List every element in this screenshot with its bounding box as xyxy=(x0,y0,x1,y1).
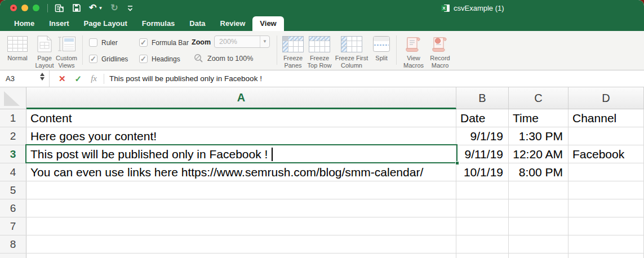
page-layout-view-icon xyxy=(37,34,52,54)
fullscreen-button[interactable] xyxy=(33,5,39,11)
ruler-checkbox[interactable] xyxy=(89,38,97,47)
tab-page-layout[interactable]: Page Layout xyxy=(77,16,135,31)
new-workbook-button[interactable] xyxy=(55,3,64,13)
cell-D3[interactable]: Facebook xyxy=(569,145,644,163)
namebox-spinner[interactable] xyxy=(40,73,45,81)
cell-B4[interactable]: 10/1/19 xyxy=(456,163,509,181)
cell-D4[interactable] xyxy=(569,163,644,181)
cell-A2[interactable]: Here goes your content! xyxy=(26,127,456,145)
undo-dropdown-caret[interactable]: ▼ xyxy=(98,6,103,11)
customize-toolbar-button[interactable] xyxy=(126,4,134,12)
column-header-C[interactable]: C xyxy=(509,87,569,109)
split-button[interactable]: Split xyxy=(371,34,392,62)
cell-B5[interactable] xyxy=(456,181,509,199)
select-all-triangle-icon xyxy=(4,91,20,106)
row-header-3[interactable]: 3 xyxy=(0,145,26,163)
row-header-6[interactable]: 6 xyxy=(0,199,26,217)
cell-A6[interactable] xyxy=(26,199,456,217)
spinner-down-icon[interactable] xyxy=(40,77,45,81)
freeze-top-row-icon xyxy=(309,34,330,54)
cell-B1[interactable]: Date xyxy=(456,109,509,127)
cell-A1[interactable]: Content xyxy=(26,109,456,127)
sheet-row-1: 1 Content Date Time Channel xyxy=(0,109,644,127)
cell-D2[interactable] xyxy=(569,127,644,145)
cell-C3[interactable]: 12:20 AM xyxy=(509,145,569,163)
cell-C8[interactable] xyxy=(509,235,569,253)
minimize-button[interactable] xyxy=(21,5,28,11)
gridlines-checkbox[interactable] xyxy=(89,55,97,63)
cell-C4[interactable]: 8:00 PM xyxy=(509,163,569,181)
ruler-checkbox-row[interactable]: Ruler xyxy=(89,38,118,47)
tab-formulas[interactable]: Formulas xyxy=(135,16,183,31)
view-macros-button[interactable]: View Macros xyxy=(401,34,426,69)
cell-A8[interactable] xyxy=(26,235,456,253)
cell-C2[interactable]: 1:30 PM xyxy=(509,127,569,145)
cell-A7[interactable] xyxy=(26,217,456,235)
cell-C5[interactable] xyxy=(509,181,569,199)
cell-A4[interactable]: You can even use links here https://www.… xyxy=(26,163,456,181)
freeze-top-row-button[interactable]: Freeze Top Row xyxy=(307,34,332,69)
tab-view[interactable]: View xyxy=(252,16,283,31)
column-header-B[interactable]: B xyxy=(456,87,509,109)
insert-function-button[interactable]: fx xyxy=(91,74,97,83)
cell-D1[interactable]: Channel xyxy=(569,109,644,127)
formula-bar-checkbox[interactable] xyxy=(139,38,148,47)
tab-review[interactable]: Review xyxy=(213,16,253,31)
select-all-button[interactable] xyxy=(0,87,26,109)
cell-C6[interactable] xyxy=(509,199,569,217)
group-separator xyxy=(277,35,277,65)
cell-B2[interactable]: 9/1/19 xyxy=(456,127,509,145)
cell-C1[interactable]: Time xyxy=(509,109,569,127)
formula-input[interactable]: This post will be published only in Face… xyxy=(109,74,262,83)
tab-data[interactable]: Data xyxy=(182,16,212,31)
formula-bar: A3 ✕ ✓ fx This post will be published on… xyxy=(0,70,644,87)
sheet-row-2: 2 Here goes your content! 9/1/19 1:30 PM xyxy=(0,127,644,145)
formula-bar-checkbox-row[interactable]: Formula Bar xyxy=(139,38,189,47)
zoom-level-select[interactable]: 200% ▼ xyxy=(214,35,270,48)
cell-A5[interactable] xyxy=(26,181,456,199)
column-header-A[interactable]: A xyxy=(26,87,456,109)
cell-D7[interactable] xyxy=(569,217,644,235)
name-box[interactable]: A3 xyxy=(0,70,50,87)
close-button[interactable] xyxy=(10,5,17,11)
excel-window: ↶▼ ↻ X csvExample (1) Home Insert Page L… xyxy=(0,0,644,258)
spinner-up-icon[interactable] xyxy=(40,73,45,76)
gridlines-checkbox-row[interactable]: Gridlines xyxy=(89,55,128,63)
row-header-9[interactable] xyxy=(0,253,26,258)
cell-D8[interactable] xyxy=(569,235,644,253)
view-macros-icon xyxy=(405,34,423,54)
row-header-5[interactable]: 5 xyxy=(0,181,26,199)
row-header-2[interactable]: 2 xyxy=(0,127,26,145)
cell-B7[interactable] xyxy=(456,217,509,235)
record-macro-button[interactable]: Record Macro xyxy=(427,34,454,69)
row-header-4[interactable]: 4 xyxy=(0,163,26,181)
tab-home[interactable]: Home xyxy=(7,16,42,31)
cell-D5[interactable] xyxy=(569,181,644,199)
active-cell-reference: A3 xyxy=(6,74,15,83)
cell-B3[interactable]: 9/11/19 xyxy=(456,145,509,163)
headings-checkbox[interactable] xyxy=(139,55,148,63)
tab-insert[interactable]: Insert xyxy=(42,16,76,31)
freeze-first-column-button[interactable]: Freeze First Column xyxy=(334,34,370,69)
undo-button[interactable]: ↶▼ xyxy=(89,3,103,12)
row-header-8[interactable]: 8 xyxy=(0,235,26,253)
normal-view-button[interactable]: Normal xyxy=(6,34,29,62)
custom-views-button[interactable]: Custom Views xyxy=(54,34,79,69)
cell-D6[interactable] xyxy=(569,199,644,217)
cell-B8[interactable] xyxy=(456,235,509,253)
freeze-panes-button[interactable]: Freeze Panes xyxy=(281,34,305,69)
custom-views-icon xyxy=(57,34,75,54)
cell-A3-active[interactable]: This post will be published only in Face… xyxy=(26,145,456,163)
fill-handle[interactable] xyxy=(455,161,459,165)
cell-B6[interactable] xyxy=(456,199,509,217)
cell-C7[interactable] xyxy=(509,217,569,235)
confirm-entry-button[interactable]: ✓ xyxy=(75,74,82,84)
zoom-to-100-button[interactable]: Zoom to 100% xyxy=(194,54,253,63)
row-header-1[interactable]: 1 xyxy=(0,109,26,127)
cancel-entry-button[interactable]: ✕ xyxy=(59,74,66,84)
redo-button[interactable]: ↻ xyxy=(110,3,118,12)
row-header-7[interactable]: 7 xyxy=(0,217,26,235)
save-button[interactable] xyxy=(72,3,81,12)
column-header-D[interactable]: D xyxy=(569,87,644,109)
headings-checkbox-row[interactable]: Headings xyxy=(139,55,180,63)
